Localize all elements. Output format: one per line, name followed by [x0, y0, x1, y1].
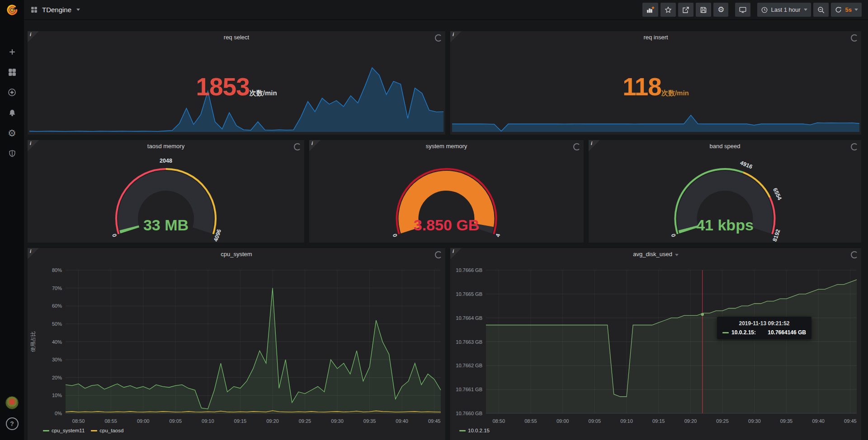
svg-text:09:05: 09:05: [170, 418, 182, 424]
singlestat-value: 118: [623, 73, 661, 101]
series-color-dash: [722, 332, 729, 333]
zoom-out-button[interactable]: [813, 3, 829, 17]
gauge-chart: 04096204833 MB: [28, 140, 304, 243]
refresh-icon: [835, 6, 842, 14]
panel-title[interactable]: avg_disk_used: [450, 251, 861, 257]
user-avatar[interactable]: [5, 396, 19, 409]
gauge-chart: 081924916655441 kbps: [589, 140, 861, 243]
singlestat-value: 1853: [196, 73, 249, 101]
svg-text:3.850 GB: 3.850 GB: [414, 216, 480, 234]
svg-text:50%: 50%: [52, 321, 62, 327]
panel-taosd-memory: i taosd memory 04096204833 MB: [28, 140, 304, 243]
question-icon: ?: [10, 420, 14, 427]
svg-text:80%: 80%: [52, 267, 62, 273]
add-panel-icon: [646, 5, 655, 14]
series-color-dash: [43, 430, 49, 431]
gear-icon: ⚙: [8, 128, 16, 138]
tooltip-value: 10.7664146 GB: [761, 329, 806, 336]
navbar: TDengine ⚙: [24, 0, 868, 20]
svg-text:09:35: 09:35: [363, 418, 376, 424]
grafana-logo[interactable]: [0, 0, 24, 20]
svg-text:4916: 4916: [739, 159, 753, 170]
svg-text:09:20: 09:20: [684, 418, 697, 424]
panel-req-insert: i req insert 118次数/min: [450, 31, 861, 135]
svg-text:08:50: 08:50: [493, 418, 505, 424]
panel-title[interactable]: cpu_system: [28, 251, 445, 257]
panel-title[interactable]: system memory: [309, 143, 584, 150]
legend-item[interactable]: cpu_taosd: [91, 428, 123, 433]
graph-chart[interactable]: 10.7660 GB10.7661 GB10.7662 GB10.7663 GB…: [450, 248, 861, 440]
cycle-view-button[interactable]: [735, 3, 750, 17]
legend-item[interactable]: 10.0.2.15: [459, 428, 490, 433]
dashboard-grid: i req select 1853次数/min i req insert 118…: [24, 20, 868, 440]
panel-system-memory: i system memory 043.850 GB: [309, 140, 584, 243]
legend-item[interactable]: cpu_system11: [43, 428, 85, 433]
svg-text:10.7661 GB: 10.7661 GB: [456, 387, 482, 392]
panel-avg-disk-used: i avg_disk_used 10.7660 GB10.7661 GB10.7…: [450, 248, 861, 440]
dashboard-settings-button[interactable]: ⚙: [713, 3, 728, 17]
info-corner-icon[interactable]: [28, 248, 39, 259]
panel-title[interactable]: req insert: [450, 34, 861, 41]
grafana-logo-icon: [5, 3, 19, 17]
panel-menu-caret-icon[interactable]: [675, 254, 679, 256]
svg-text:09:40: 09:40: [396, 418, 408, 424]
share-button[interactable]: [678, 3, 693, 17]
singlestat-value-block: 1853次数/min: [28, 75, 445, 99]
svg-text:40%: 40%: [52, 339, 62, 345]
singlestat-unit: 次数/min: [250, 89, 277, 97]
svg-text:09:05: 09:05: [589, 418, 601, 424]
svg-text:20%: 20%: [52, 375, 62, 380]
sidebar: ⚙ ?: [0, 0, 24, 440]
dashboard-picker[interactable]: TDengine: [30, 6, 80, 14]
sidebar-item-configuration[interactable]: ⚙: [0, 123, 24, 143]
svg-text:10.7660 GB: 10.7660 GB: [456, 411, 482, 416]
svg-text:2048: 2048: [160, 158, 172, 164]
sidebar-item-create[interactable]: [0, 42, 24, 62]
refresh-button[interactable]: 5s: [831, 3, 862, 17]
info-corner-icon[interactable]: [589, 140, 600, 151]
svg-text:09:30: 09:30: [331, 418, 344, 424]
shield-icon: [8, 149, 17, 158]
loading-spinner-icon: [851, 34, 858, 42]
graph-legend: 10.0.2.15: [459, 428, 490, 433]
save-button[interactable]: [696, 3, 711, 17]
dashboards-grid-icon: [8, 68, 17, 77]
sidebar-item-dashboards[interactable]: [0, 62, 24, 82]
sidebar-item-alerting[interactable]: [0, 103, 24, 123]
dashboard-title: TDengine: [42, 6, 71, 14]
graph-chart[interactable]: 0%10%20%30%40%50%60%70%80%08:5008:5509:0…: [28, 248, 445, 440]
compass-icon: [7, 88, 17, 97]
loading-spinner-icon: [573, 143, 580, 150]
loading-spinner-icon: [851, 251, 858, 258]
svg-text:09:10: 09:10: [202, 418, 214, 424]
svg-text:09:45: 09:45: [844, 418, 857, 424]
svg-text:09:10: 09:10: [620, 418, 633, 424]
svg-text:10.7663 GB: 10.7663 GB: [456, 339, 482, 345]
svg-text:09:25: 09:25: [299, 418, 311, 424]
legend-series-name: 10.0.2.15: [468, 428, 490, 433]
panel-title[interactable]: taosd memory: [28, 143, 304, 150]
sidebar-item-server-admin[interactable]: [0, 143, 24, 164]
star-icon: [664, 6, 672, 14]
svg-text:09:25: 09:25: [716, 418, 729, 424]
sidebar-item-help[interactable]: ?: [6, 417, 19, 430]
svg-text:08:55: 08:55: [524, 418, 537, 424]
loading-spinner-icon: [435, 34, 442, 42]
legend-series-name: cpu_system11: [52, 428, 85, 433]
star-button[interactable]: [660, 3, 676, 17]
add-panel-button[interactable]: [642, 3, 658, 17]
loading-spinner-icon: [435, 251, 442, 258]
info-corner-icon[interactable]: [450, 31, 462, 42]
sidebar-item-explore[interactable]: [0, 82, 24, 103]
monitor-icon: [739, 6, 747, 14]
info-corner-icon[interactable]: [450, 248, 462, 259]
panel-cpu-system: i cpu_system 0%10%20%30%40%50%60%70%80%0…: [28, 248, 445, 440]
svg-text:6554: 6554: [772, 187, 783, 201]
panel-title[interactable]: band speed: [589, 143, 861, 150]
info-corner-icon[interactable]: [28, 31, 39, 42]
panel-title[interactable]: req select: [28, 34, 445, 41]
time-range-button[interactable]: Last 1 hour: [757, 3, 811, 17]
svg-text:09:20: 09:20: [266, 418, 279, 424]
info-corner-icon[interactable]: [28, 140, 39, 151]
info-corner-icon[interactable]: [309, 140, 321, 151]
